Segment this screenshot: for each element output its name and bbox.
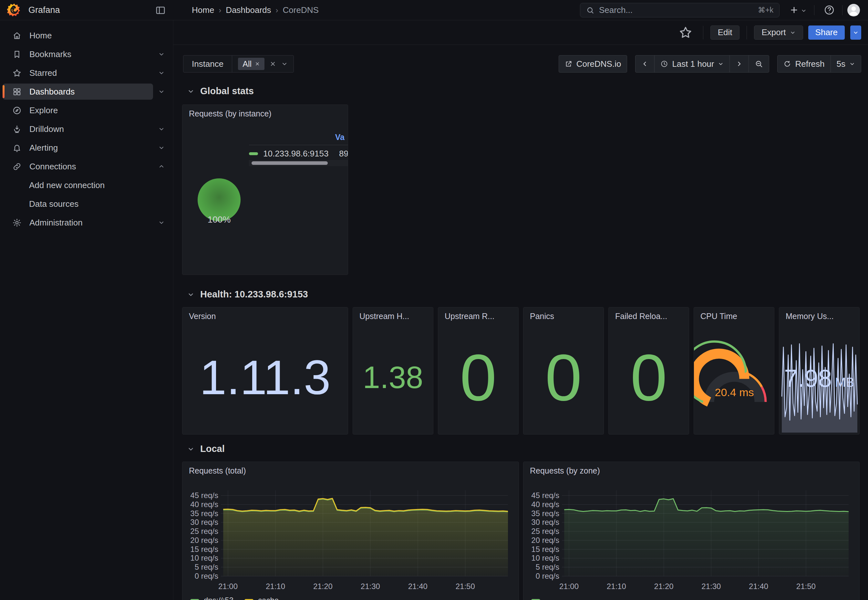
breadcrumb-home[interactable]: Home bbox=[192, 5, 214, 15]
clear-selection-icon[interactable] bbox=[270, 61, 276, 67]
panel-upstream-healthy: Upstream H... 1.38 bbox=[353, 307, 433, 435]
chevron-down-icon[interactable] bbox=[153, 46, 170, 62]
legend-value-header[interactable]: Va bbox=[249, 133, 345, 142]
sidebar-item-label: Drilldown bbox=[29, 124, 64, 134]
sidebar-item-link[interactable]: Drilldown bbox=[3, 121, 153, 137]
time-range-picker[interactable]: Last 1 hour bbox=[654, 56, 730, 72]
sidebar-item-link[interactable]: Administration bbox=[3, 215, 153, 231]
sidebar-item-drilldown: Drilldown bbox=[0, 120, 173, 138]
zoom-out-button[interactable] bbox=[748, 56, 769, 72]
svg-text:30 req/s: 30 req/s bbox=[190, 518, 218, 526]
svg-text:21:40: 21:40 bbox=[749, 582, 768, 591]
svg-text:5 req/s: 5 req/s bbox=[536, 562, 559, 571]
sidebar-item-label: Data sources bbox=[29, 199, 79, 209]
remove-tag-icon[interactable] bbox=[255, 61, 260, 67]
sidebar-item-link[interactable]: Explore bbox=[3, 102, 170, 118]
sidebar-item-link[interactable]: Connections bbox=[3, 158, 153, 174]
export-button[interactable]: Export bbox=[754, 26, 803, 40]
section-health[interactable]: Health: 10.233.98.6:9153 bbox=[187, 289, 308, 300]
legend-item[interactable]: cache bbox=[245, 596, 279, 600]
scrollbar-thumb[interactable] bbox=[252, 161, 328, 165]
sidebar-item-link[interactable]: Starred bbox=[3, 65, 153, 81]
drilldown-icon bbox=[12, 124, 22, 134]
panel-title[interactable]: Failed Reloa... bbox=[615, 312, 667, 321]
series-label: cache bbox=[258, 596, 279, 600]
external-link-group: CoreDNS.io bbox=[559, 55, 628, 73]
dock-menu-toggle-icon[interactable] bbox=[155, 5, 166, 16]
chevron-down-icon[interactable] bbox=[153, 83, 170, 100]
sidebar-item-label: Connections bbox=[29, 162, 76, 171]
refresh-button[interactable]: Refresh bbox=[778, 56, 830, 72]
sidebar-item-link[interactable]: Dashboards bbox=[3, 83, 153, 100]
share-chevron-button[interactable] bbox=[850, 26, 861, 40]
divider bbox=[842, 5, 842, 15]
breadcrumb-dashboards[interactable]: Dashboards bbox=[226, 5, 271, 15]
dashboards-icon bbox=[12, 87, 22, 97]
chevron-down-icon[interactable] bbox=[153, 121, 170, 137]
chevron-down-icon[interactable] bbox=[281, 61, 288, 67]
sidebar-item-link[interactable]: Alerting bbox=[3, 140, 153, 156]
series-value: 89 bbox=[339, 149, 348, 159]
chevron-right-icon bbox=[736, 60, 743, 67]
sidebar-item-link[interactable]: Bookmarks bbox=[3, 46, 153, 62]
time-forward-button[interactable] bbox=[730, 56, 748, 72]
panel-title[interactable]: Version bbox=[189, 312, 216, 321]
stat-value: 0 bbox=[609, 320, 689, 434]
series-swatch bbox=[245, 599, 254, 600]
panel-failed-reloads: Failed Reloa... 0 bbox=[608, 307, 689, 435]
compass-icon bbox=[12, 106, 22, 115]
chevron-down-icon bbox=[187, 291, 195, 298]
svg-text:35 req/s: 35 req/s bbox=[531, 509, 559, 518]
panel-title[interactable]: Panics bbox=[530, 312, 554, 321]
avatar[interactable] bbox=[847, 4, 860, 17]
sidebar-item-explore: Explore bbox=[0, 101, 173, 120]
legend-item[interactable]: . bbox=[531, 596, 547, 600]
sidebar-item-dashboards: Dashboards bbox=[0, 82, 173, 101]
chevron-down-icon[interactable] bbox=[153, 65, 170, 81]
divider bbox=[746, 26, 747, 39]
legend-item[interactable]: dns://:53 bbox=[190, 596, 234, 600]
edit-button[interactable]: Edit bbox=[710, 26, 740, 40]
search-input[interactable]: Search... ⌘+k bbox=[580, 3, 780, 17]
chevron-down-icon[interactable] bbox=[153, 215, 170, 231]
panel-requests-total: Requests (total) 0 req/s5 req/s10 req/s1… bbox=[182, 462, 519, 600]
panel-title[interactable]: Upstream R... bbox=[445, 312, 494, 321]
series-label[interactable]: 10.233.98.6:9153 bbox=[263, 149, 336, 159]
svg-text:10 req/s: 10 req/s bbox=[531, 553, 559, 562]
refresh-interval-picker[interactable]: 5s bbox=[830, 56, 861, 72]
svg-text:5 req/s: 5 req/s bbox=[195, 562, 218, 571]
section-local[interactable]: Local bbox=[187, 444, 225, 454]
cpu-gauge-chart: 20.4 ms bbox=[694, 308, 774, 435]
sidebar-item-link[interactable]: Data sources bbox=[3, 196, 170, 212]
panel-title[interactable]: Requests (by instance) bbox=[189, 109, 272, 118]
variable-tag-all[interactable]: All bbox=[238, 58, 265, 70]
svg-text:21:30: 21:30 bbox=[701, 582, 721, 591]
coredns-link-button[interactable]: CoreDNS.io bbox=[559, 56, 627, 72]
sidebar-item-add-new-connection: Add new connection bbox=[0, 176, 173, 194]
panel-title[interactable]: Memory Us... bbox=[786, 312, 834, 321]
share-button[interactable]: Share bbox=[808, 26, 845, 40]
sidebar-item-link[interactable]: Add new connection bbox=[3, 177, 170, 193]
variable-value-box[interactable]: All bbox=[232, 58, 293, 70]
section-global-stats[interactable]: Global stats bbox=[187, 86, 254, 97]
sidebar-item-label: Alerting bbox=[29, 143, 58, 153]
svg-text:21:00: 21:00 bbox=[559, 582, 579, 591]
sidebar-item-bookmarks: Bookmarks bbox=[0, 45, 173, 64]
legend-scrollbar[interactable] bbox=[249, 160, 348, 166]
help-icon[interactable] bbox=[824, 5, 835, 15]
add-chevron-down-icon[interactable] bbox=[801, 8, 807, 14]
series-swatch bbox=[531, 599, 540, 600]
svg-text:45 req/s: 45 req/s bbox=[531, 491, 559, 500]
sidebar-item-link[interactable]: Home bbox=[3, 27, 170, 44]
chevron-down-icon[interactable] bbox=[153, 140, 170, 156]
top-bar: Grafana Home › Dashboards › CoreDNS Sear… bbox=[0, 0, 868, 20]
sidebar-item-data-sources: Data sources bbox=[0, 194, 173, 213]
svg-text:40 req/s: 40 req/s bbox=[531, 500, 559, 509]
brand[interactable]: Grafana bbox=[7, 3, 60, 17]
time-back-button[interactable] bbox=[635, 56, 654, 72]
add-icon[interactable] bbox=[789, 5, 799, 15]
panel-title[interactable]: Upstream H... bbox=[359, 312, 409, 321]
favorite-star-icon[interactable] bbox=[678, 26, 693, 40]
requests-total-chart: 0 req/s5 req/s10 req/s15 req/s20 req/s25… bbox=[182, 462, 519, 600]
chevron-up-icon[interactable] bbox=[153, 158, 170, 174]
